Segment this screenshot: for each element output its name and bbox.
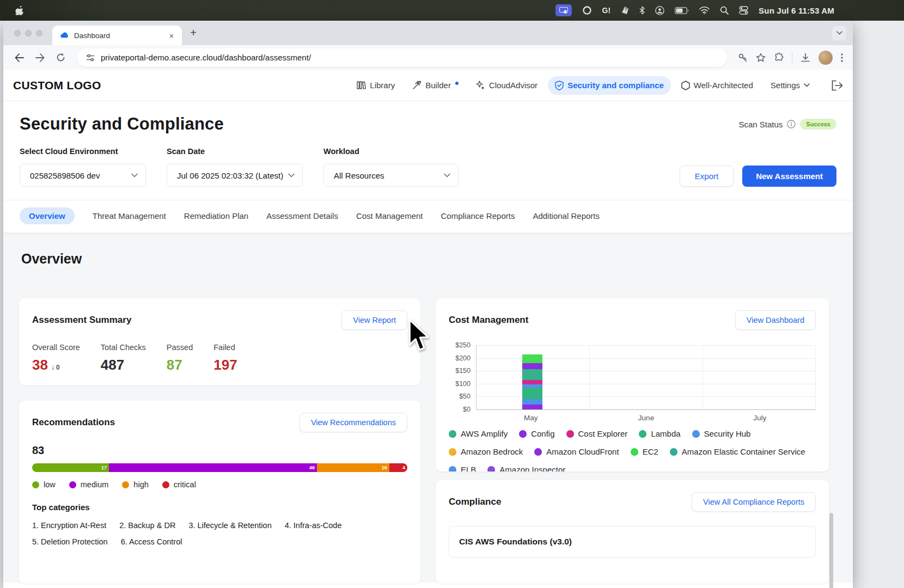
browser-window: Dashboard × + privateportal-demo.asecure… (3, 21, 853, 588)
legend-item-aws-amplify: AWS Amplify (449, 429, 508, 438)
stat-delta: 0 (56, 364, 60, 371)
nav-label: Settings (771, 81, 800, 90)
nav-label: CloudAdvisor (489, 81, 537, 90)
tab-search-chevron-icon[interactable] (832, 26, 846, 40)
y-tick-label: $50 (459, 393, 471, 400)
nav-label: Security and compliance (567, 81, 664, 90)
back-icon[interactable] (11, 50, 27, 66)
bluetooth-icon[interactable] (639, 6, 645, 15)
scan-date-select[interactable]: Jul 06 2025 02:03:32 (Latest) (167, 164, 303, 187)
shield-check-icon (555, 81, 564, 90)
legend-item-security-hub: Security Hub (692, 429, 751, 438)
tab-remediation-plan[interactable]: Remediation Plan (184, 207, 248, 224)
ring-icon[interactable] (582, 5, 592, 15)
nav-label: Library (370, 81, 395, 90)
close-icon[interactable]: × (167, 30, 176, 40)
spotlight-icon[interactable] (720, 6, 729, 15)
export-button[interactable]: Export (680, 166, 734, 187)
scrollbar-thumb[interactable] (829, 513, 833, 588)
legend-item-amazon-cloudfront: Amazon CloudFront (534, 447, 619, 456)
severity-segment-critical: 4 (389, 463, 407, 472)
stat-value: 38 (32, 357, 48, 373)
legend-dot-icon (639, 430, 646, 438)
legend-item-high: high (122, 480, 148, 489)
new-tab-icon[interactable]: + (185, 25, 201, 41)
grammarly-icon[interactable]: G! (602, 6, 611, 15)
battery-icon[interactable] (675, 7, 689, 14)
download-icon[interactable] (801, 53, 810, 63)
cost-chart-plot: MayJuneJuly (476, 345, 816, 409)
legend-dot-icon (519, 430, 527, 438)
wifi-icon[interactable] (699, 7, 710, 14)
stat-passed: Passed 87 (167, 343, 193, 373)
nav-item-cloudadvisor[interactable]: CloudAdvisor (469, 76, 545, 94)
tab-additional-reports[interactable]: Additional Reports (533, 207, 600, 224)
y-tick-label: $200 (455, 354, 471, 362)
legend-item-medium: medium (69, 480, 109, 489)
nav-item-library[interactable]: Library (350, 76, 402, 94)
legend-dot-icon (32, 481, 39, 488)
user-circle-icon[interactable] (655, 6, 664, 15)
legend-dot-icon (566, 430, 574, 438)
scan-status: Scan Status Success (738, 119, 836, 130)
bookmark-star-icon[interactable] (756, 53, 766, 63)
may-cost-stacked-bar (522, 354, 542, 409)
password-key-icon[interactable] (738, 53, 748, 63)
environment-select[interactable]: 025825898506 dev (20, 164, 146, 187)
tab-threat-management[interactable]: Threat Management (93, 207, 166, 224)
chevron-down-icon (444, 173, 450, 177)
view-all-compliance-reports-button[interactable]: View All Compliance Reports (692, 492, 816, 512)
view-dashboard-button[interactable]: View Dashboard (735, 310, 816, 330)
environment-value: 025825898506 dev (30, 171, 131, 180)
legend-dot-icon (449, 466, 456, 472)
cost-segment-lambda (522, 388, 542, 399)
shield-app-icon[interactable] (621, 7, 629, 15)
workload-select[interactable]: All Resources (323, 164, 459, 187)
status-badge: Success (800, 119, 836, 130)
view-recommendations-button[interactable]: View Recommendations (300, 413, 407, 432)
framework-item[interactable]: CIS AWS Foundations (v3.0) (449, 526, 816, 558)
x-tick-label: May (524, 414, 538, 422)
tab-cost-management[interactable]: Cost Management (356, 207, 423, 224)
view-report-button[interactable]: View Report (341, 310, 407, 330)
profile-avatar[interactable] (819, 51, 833, 65)
framework-name: CIS AWS Foundations (v3.0) (459, 537, 805, 547)
nav-item-well-architected[interactable]: Well-Architected (674, 76, 760, 95)
extensions-icon[interactable] (774, 53, 784, 63)
assessment-summary-card: Assessment Summary View Report Overall S… (19, 298, 420, 385)
top-categories-list: 1. Encryption At-Rest2. Backup & DR3. Li… (32, 521, 407, 546)
apple-icon[interactable] (15, 6, 23, 15)
forward-icon[interactable] (32, 50, 48, 66)
address-bar[interactable]: privateportal-demo.asecure.cloud/dashboa… (77, 48, 727, 67)
scan-date-value: Jul 06 2025 02:03:32 (Latest) (177, 171, 288, 180)
nav-item-builder[interactable]: Builder (405, 76, 466, 94)
new-assessment-button[interactable]: New Assessment (742, 166, 836, 187)
screen-sharing-icon[interactable] (555, 4, 572, 16)
site-settings-icon[interactable] (86, 54, 95, 62)
severity-legend: lowmediumhighcritical (32, 480, 407, 489)
window-controls[interactable] (14, 30, 42, 36)
browser-tab[interactable]: Dashboard × (52, 26, 182, 45)
card-title: Assessment Summary (32, 315, 131, 326)
control-center-icon[interactable] (739, 6, 748, 15)
legend-dot-icon (487, 466, 495, 472)
menubar-clock[interactable]: Sun Jul 6 11:53 AM (759, 6, 834, 15)
stat-overall-score: Overall Score 38↓0 (32, 343, 80, 373)
stat-failed: Failed 197 (213, 343, 237, 373)
severity-segment-low: 17 (32, 463, 109, 472)
legend-dot-icon (449, 448, 456, 456)
menu-kebab-icon[interactable] (841, 53, 843, 62)
tab-assessment-details[interactable]: Assessment Details (266, 207, 338, 224)
nav-item-settings[interactable]: Settings (763, 76, 817, 94)
tab-overview[interactable]: Overview (20, 207, 75, 224)
url-text[interactable]: privateportal-demo.asecure.cloud/dashboa… (101, 53, 311, 62)
filter-label-scan-date: Scan Date (167, 147, 303, 156)
tab-compliance-reports[interactable]: Compliance Reports (441, 207, 515, 224)
app-nav: Library Builder CloudAdvisor Security an… (350, 76, 817, 95)
cost-segment-config (522, 405, 542, 409)
info-icon[interactable] (787, 120, 796, 128)
legend-dot-icon (692, 430, 700, 438)
reload-icon[interactable] (52, 50, 69, 66)
nav-item-security-compliance[interactable]: Security and compliance (548, 76, 671, 95)
logout-icon[interactable] (831, 80, 843, 91)
